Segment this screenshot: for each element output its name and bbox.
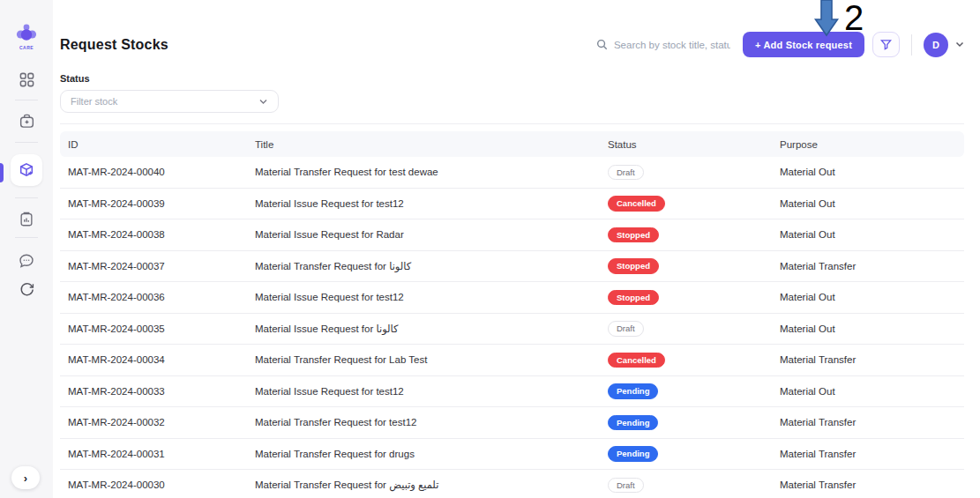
- row-purpose: Material Transfer: [772, 449, 964, 459]
- table-row[interactable]: MAT-MR-2024-00031 Material Transfer Requ…: [60, 439, 964, 471]
- search-input[interactable]: [614, 40, 730, 50]
- sidebar-item-dashboard[interactable]: [17, 70, 36, 89]
- table-header-row: ID Title Status Purpose: [60, 131, 964, 157]
- row-purpose: Material Out: [772, 167, 964, 177]
- row-status-cell: Pending: [600, 446, 772, 462]
- chevron-down-icon: [955, 41, 964, 48]
- row-purpose: Material Out: [772, 229, 964, 240]
- status-badge: Draft: [608, 321, 644, 337]
- sidebar-item-reports[interactable]: [17, 209, 36, 228]
- status-badge: Draft: [608, 478, 644, 494]
- table-row[interactable]: MAT-MR-2024-00037 Material Transfer Requ…: [60, 251, 964, 283]
- table-row[interactable]: MAT-MR-2024-00039 Material Issue Request…: [60, 189, 964, 220]
- column-header-purpose: Purpose: [772, 139, 964, 150]
- sidebar-expand-button[interactable]: ›: [11, 466, 40, 489]
- search-icon: [596, 39, 608, 50]
- table-row[interactable]: MAT-MR-2024-00038 Material Issue Request…: [60, 219, 964, 251]
- row-id: MAT-MR-2024-00040: [60, 167, 247, 177]
- status-badge: Pending: [608, 415, 658, 431]
- search-box[interactable]: [596, 39, 730, 50]
- row-id: MAT-MR-2024-00035: [60, 323, 247, 334]
- status-badge: Pending: [608, 446, 658, 462]
- row-purpose: Material Transfer: [772, 354, 964, 365]
- row-status-cell: Draft: [600, 165, 772, 181]
- status-badge: Cancelled: [608, 353, 665, 368]
- row-title: Material Transfer Request for كالونا: [247, 260, 600, 272]
- row-status-cell: Pending: [600, 415, 772, 431]
- row-id: MAT-MR-2024-00038: [60, 229, 247, 240]
- status-badge: Draft: [608, 165, 644, 181]
- sidebar-divider: [15, 197, 38, 198]
- table-row[interactable]: MAT-MR-2024-00030 Material Transfer Requ…: [60, 470, 964, 498]
- row-title: Material Transfer Request for تلميع وتبي…: [247, 479, 600, 491]
- chevron-right-icon: ›: [24, 472, 27, 485]
- row-status-cell: Stopped: [600, 258, 772, 274]
- row-purpose: Material Out: [772, 198, 964, 209]
- row-title: Material Transfer Request for test12: [247, 417, 600, 427]
- avatar-menu-toggle[interactable]: [955, 41, 964, 48]
- table-row[interactable]: MAT-MR-2024-00034 Material Transfer Requ…: [60, 345, 964, 376]
- active-item-indicator: [0, 163, 4, 182]
- sidebar-item-refresh[interactable]: [17, 279, 36, 298]
- row-id: MAT-MR-2024-00032: [60, 417, 247, 427]
- app-logo[interactable]: CARE: [15, 23, 38, 50]
- chat-bubble-icon: [18, 252, 35, 270]
- table-row[interactable]: MAT-MR-2024-00032 Material Transfer Requ…: [60, 407, 964, 439]
- stock-box-icon: [18, 161, 35, 179]
- row-title: Material Issue Request for test12: [247, 198, 600, 209]
- row-id: MAT-MR-2024-00037: [60, 261, 247, 271]
- avatar[interactable]: D: [924, 33, 948, 57]
- table-row[interactable]: MAT-MR-2024-00035 Material Issue Request…: [60, 314, 964, 346]
- select-placeholder: Filter stock: [71, 96, 117, 107]
- sidebar-item-stock-requests[interactable]: [11, 154, 42, 186]
- topbar-controls: + Add Stock request D: [596, 32, 964, 57]
- row-status-cell: Draft: [600, 321, 772, 337]
- sidebar-item-chat[interactable]: [17, 251, 36, 271]
- row-purpose: Material Transfer: [772, 261, 964, 271]
- row-purpose: Material Out: [772, 323, 964, 334]
- table-row[interactable]: MAT-MR-2024-00040 Material Transfer Requ…: [60, 157, 964, 189]
- sidebar: CARE: [0, 0, 53, 498]
- medical-bag-icon: [19, 113, 35, 130]
- row-title: Material Issue Request for كالونا: [247, 323, 600, 335]
- logo-icon: [15, 23, 38, 44]
- row-purpose: Material Out: [772, 386, 964, 397]
- sidebar-divider: [15, 100, 38, 100]
- vertical-divider: [911, 34, 912, 56]
- status-filter-select[interactable]: Filter stock: [60, 90, 279, 113]
- table-row[interactable]: MAT-MR-2024-00033 Material Issue Request…: [60, 376, 964, 408]
- row-title: Material Issue Request for test12: [247, 386, 600, 397]
- row-title: Material Issue Request for test12: [247, 292, 600, 302]
- row-status-cell: Stopped: [600, 227, 772, 243]
- row-status-cell: Cancelled: [600, 196, 772, 212]
- column-header-status: Status: [600, 139, 772, 150]
- apps-grid-icon: [19, 71, 35, 88]
- row-id: MAT-MR-2024-00031: [60, 449, 247, 459]
- row-status-cell: Stopped: [600, 290, 772, 306]
- main-content: Request Stocks + Add Stock request D: [53, 0, 980, 498]
- row-title: Material Issue Request for Radar: [247, 229, 600, 240]
- row-id: MAT-MR-2024-00039: [60, 198, 247, 209]
- row-id: MAT-MR-2024-00034: [60, 354, 247, 365]
- row-title: Material Transfer Request for drugs: [247, 449, 600, 459]
- status-badge: Pending: [608, 383, 658, 399]
- status-filter-label: Status: [60, 73, 964, 84]
- row-id: MAT-MR-2024-00033: [60, 386, 247, 397]
- funnel-icon: [880, 39, 892, 50]
- sidebar-divider: [15, 237, 38, 238]
- sidebar-item-medical-bag[interactable]: [17, 111, 36, 130]
- row-id: MAT-MR-2024-00030: [60, 479, 247, 490]
- status-badge: Cancelled: [608, 196, 665, 212]
- row-title: Material Transfer Request for test dewae: [247, 167, 600, 177]
- table-row[interactable]: MAT-MR-2024-00036 Material Issue Request…: [60, 282, 964, 314]
- page-title: Request Stocks: [60, 37, 168, 53]
- row-id: MAT-MR-2024-00036: [60, 292, 247, 302]
- logo-text: CARE: [19, 45, 34, 50]
- refresh-icon: [19, 280, 35, 297]
- row-purpose: Material Transfer: [772, 417, 964, 427]
- table-body: MAT-MR-2024-00040 Material Transfer Requ…: [60, 157, 964, 498]
- filter-button[interactable]: [872, 32, 900, 57]
- chevron-down-icon: [258, 99, 268, 105]
- add-stock-request-button[interactable]: + Add Stock request: [743, 32, 864, 57]
- sidebar-divider: [15, 142, 38, 143]
